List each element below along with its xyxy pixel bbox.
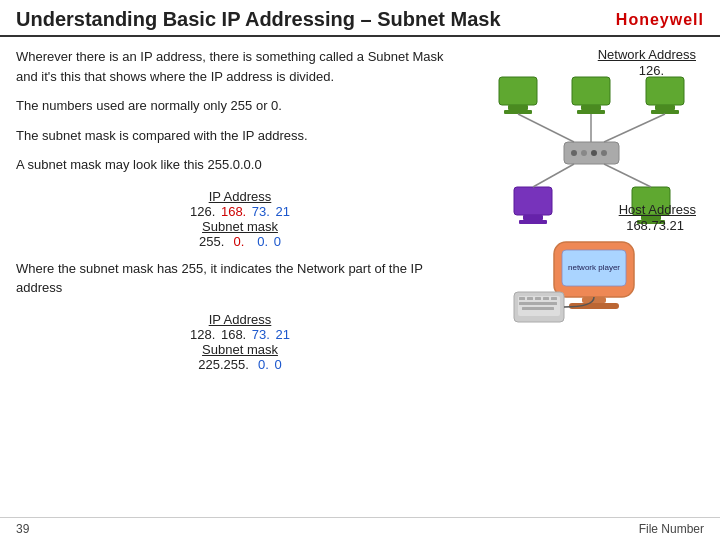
- subnet-block-2-values: 225.255. 0. 0: [16, 357, 464, 372]
- key-5: [551, 297, 557, 300]
- host-diagram: network player: [504, 232, 684, 332]
- paragraph-4: A subnet mask may look like this 255.0.0…: [16, 155, 464, 175]
- hub-light-4: [601, 150, 607, 156]
- node-tm-base: [577, 110, 605, 114]
- host-address-number: 168.73.21: [626, 218, 684, 233]
- page-title: Understanding Basic IP Addressing – Subn…: [16, 8, 501, 31]
- paragraph-5: Where the subnet mask has 255, it indica…: [16, 259, 464, 298]
- subnet-block-2-title: Subnet mask: [16, 342, 464, 357]
- node-bl: [514, 187, 552, 215]
- node-tl-base: [504, 110, 532, 114]
- conn-br: [604, 164, 651, 187]
- router-screen-text: network player: [568, 263, 620, 272]
- node-bl-stand: [523, 215, 543, 220]
- conn-bl: [533, 164, 574, 187]
- hub-light-2: [581, 150, 587, 156]
- brand-logo: Honeywell: [616, 11, 704, 29]
- node-bl-base: [519, 220, 547, 224]
- left-column: Wherever there is an IP address, there i…: [16, 47, 484, 517]
- ip-block-1-title: IP Address: [16, 189, 464, 204]
- network-address-label: Network Address: [598, 47, 696, 62]
- node-tr-stand: [655, 105, 675, 110]
- right-column: Network Address 126.: [484, 47, 704, 517]
- footer: 39 File Number: [0, 517, 720, 540]
- subnet-block-1-values: 255. 0. 0. 0: [16, 234, 464, 249]
- ip-block-1-ip: 126. 168. 73. 21: [16, 204, 464, 219]
- ip-block-2-title: IP Address: [16, 312, 464, 327]
- node-tr: [646, 77, 684, 105]
- paragraph-2: The numbers used are normally only 255 o…: [16, 96, 464, 116]
- key-1: [519, 297, 525, 300]
- node-tm: [572, 77, 610, 105]
- paragraph-1: Wherever there is an IP address, there i…: [16, 47, 464, 86]
- node-tl-stand: [508, 105, 528, 110]
- page: Understanding Basic IP Addressing – Subn…: [0, 0, 720, 540]
- network-address-number: 126.: [639, 63, 664, 78]
- page-number: 39: [16, 522, 29, 536]
- main-content: Wherever there is an IP address, there i…: [0, 37, 720, 517]
- key-2: [527, 297, 533, 300]
- ip-block-2: IP Address 128. 168. 73. 21 Subnet mask …: [16, 312, 464, 372]
- hub-light-1: [571, 150, 577, 156]
- node-tr-base: [651, 110, 679, 114]
- key-3: [535, 297, 541, 300]
- conn-tr: [604, 114, 665, 142]
- ip-block-2-ip: 128. 168. 73. 21: [16, 327, 464, 342]
- conn-tl: [518, 114, 574, 142]
- paragraph-3: The subnet mask is compared with the IP …: [16, 126, 464, 146]
- key-4: [543, 297, 549, 300]
- subnet-block-1-title: Subnet mask: [16, 219, 464, 234]
- key-row-3: [522, 307, 554, 310]
- file-number: File Number: [639, 522, 704, 536]
- ip-block-1: IP Address 126. 168. 73. 21 Subnet mask …: [16, 189, 464, 249]
- host-address-label: Host Address: [619, 202, 696, 217]
- key-row-2: [519, 302, 557, 305]
- node-tl: [499, 77, 537, 105]
- node-tm-stand: [581, 105, 601, 110]
- hub-light-3: [591, 150, 597, 156]
- header: Understanding Basic IP Addressing – Subn…: [0, 0, 720, 37]
